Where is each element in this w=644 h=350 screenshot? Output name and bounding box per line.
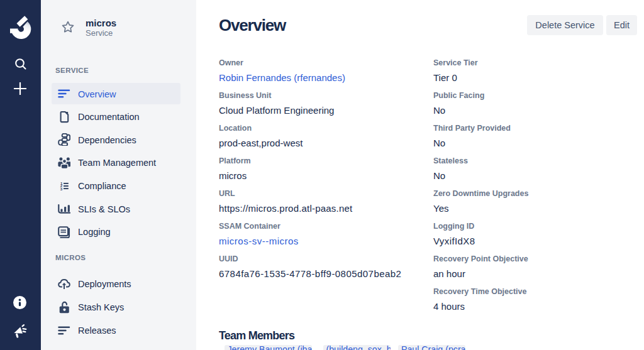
svg-text:3: 3 [60,187,63,191]
